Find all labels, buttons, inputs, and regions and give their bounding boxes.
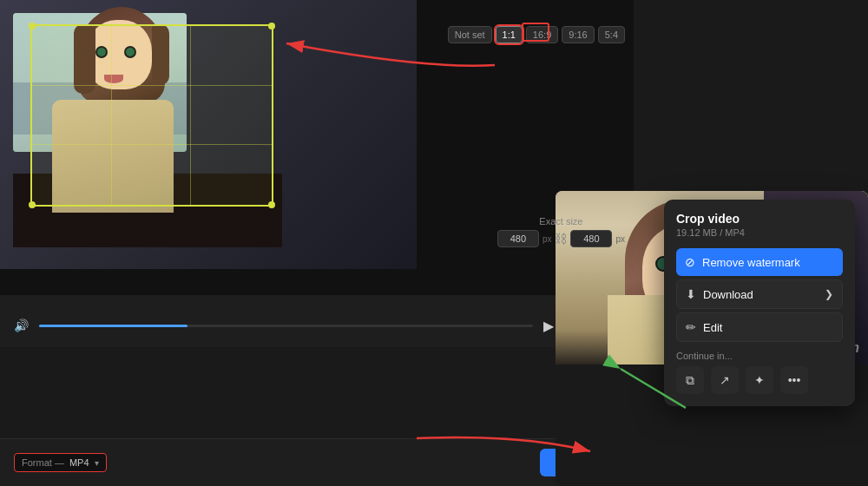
height-input[interactable]: [570, 230, 612, 247]
download-button[interactable]: ⬇ Download ❯: [676, 279, 843, 309]
aspect-1-1[interactable]: 1:1: [496, 26, 523, 43]
size-controls: Exact size px ⛓ px: [497, 216, 625, 247]
handle-tr[interactable]: [268, 23, 275, 30]
options-title: Crop video: [676, 212, 843, 226]
aspect-ratio-buttons: Not set 1:1 16:9 9:16 5:4: [448, 26, 625, 43]
progress-bar[interactable]: [39, 325, 533, 327]
handle-tl[interactable]: [29, 23, 36, 30]
grid-v2: [190, 26, 191, 205]
continue-label: Continue in...: [676, 351, 843, 361]
aspect-5-4[interactable]: 5:4: [598, 26, 625, 43]
download-label: Download: [703, 288, 818, 301]
edit-icon: ✏: [686, 320, 696, 334]
watermark-icon: ⊘: [685, 255, 695, 269]
grid-h1: [32, 85, 272, 86]
format-selector[interactable]: Format — MP4 ▾: [14, 453, 107, 472]
remove-watermark-button[interactable]: ⊘ Remove watermark: [676, 248, 843, 276]
edit-label: Edit: [703, 321, 833, 334]
grid-h2: [32, 144, 272, 145]
options-meta: 19.12 MB / MP4: [676, 227, 843, 238]
continue-sparkle-icon[interactable]: ✦: [746, 366, 773, 394]
editor-panel: Not set 1:1 16:9 9:16 5:4 Exact size px …: [0, 0, 634, 347]
aspect-not-set[interactable]: Not set: [448, 26, 492, 43]
grid-v1: [111, 26, 112, 205]
link-icon[interactable]: ⛓: [555, 232, 567, 246]
exact-size-label: Exact size: [497, 216, 625, 227]
volume-icon[interactable]: 🔊: [14, 319, 29, 332]
download-chevron-icon: ❯: [825, 288, 833, 300]
height-unit: px: [615, 234, 625, 244]
video-area: Not set 1:1 16:9 9:16 5:4 Exact size px …: [0, 0, 634, 295]
bottom-bar: Format — MP4 ▾ Export: [0, 438, 634, 486]
crop-overlay[interactable]: [30, 24, 273, 207]
continue-video-icon[interactable]: ⧉: [676, 366, 704, 394]
handle-br[interactable]: [268, 201, 275, 208]
download-icon: ⬇: [686, 287, 696, 301]
format-chevron-icon: ▾: [95, 458, 99, 468]
format-label: Format —: [22, 457, 64, 468]
aspect-9-16[interactable]: 9:16: [562, 26, 594, 43]
continue-icons: ⧉ ↗ ✦ •••: [676, 366, 843, 394]
width-input[interactable]: [497, 230, 539, 247]
aspect-16-9[interactable]: 16:9: [526, 26, 558, 43]
continue-share-icon[interactable]: ↗: [711, 366, 739, 394]
width-unit: px: [542, 234, 552, 244]
play-button[interactable]: ▶: [543, 318, 554, 334]
format-value: MP4: [69, 457, 89, 468]
player-controls: 🔊 ▶ 00:12 / 00:48: [0, 304, 634, 347]
edit-button[interactable]: ✏ Edit: [676, 312, 843, 342]
options-panel: Crop video 19.12 MB / MP4 ⊘ Remove water…: [664, 200, 855, 406]
handle-bl[interactable]: [29, 201, 36, 208]
progress-fill: [39, 325, 187, 327]
remove-watermark-label: Remove watermark: [702, 256, 834, 269]
continue-more-icon[interactable]: •••: [780, 366, 808, 394]
